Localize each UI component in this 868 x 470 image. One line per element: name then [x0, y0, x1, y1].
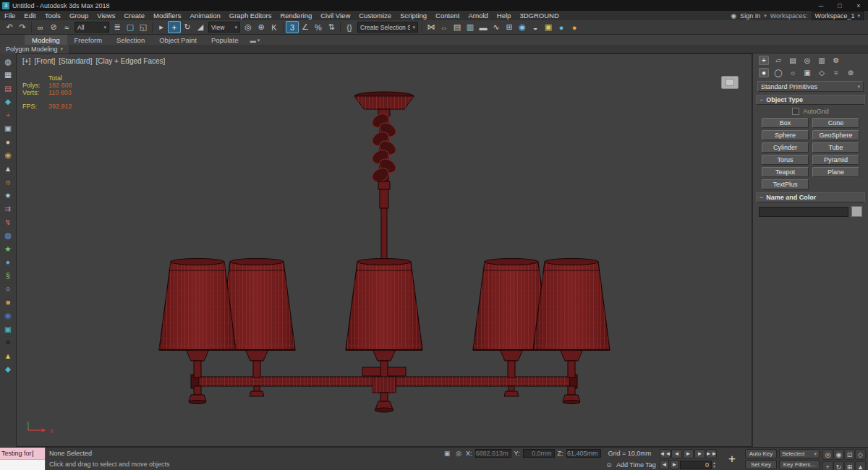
ribbon-tab-modeling[interactable]: Modeling — [25, 35, 67, 45]
primitive-button-torus[interactable]: Torus — [762, 155, 809, 165]
set-key-button[interactable]: Set Key — [745, 460, 777, 469]
panel-teal-icon[interactable]: ▣ — [3, 323, 14, 334]
absolute-mode-icon[interactable]: ◎ — [454, 449, 463, 458]
menu-content[interactable]: Content — [431, 12, 464, 20]
ribbon-tab-populate[interactable]: Populate — [204, 35, 246, 45]
menu-group[interactable]: Group — [65, 12, 93, 20]
tan-sphere-icon[interactable]: ● — [3, 136, 14, 147]
box-orange-icon[interactable]: ■ — [3, 296, 14, 307]
select-and-manipulate-icon[interactable]: ⊕ — [255, 21, 268, 33]
sign-in-button[interactable]: Sign In — [740, 12, 760, 20]
next-frame-button[interactable]: ► — [694, 449, 705, 458]
render-setup-icon[interactable]: ◒ — [529, 21, 542, 33]
utilities-tab-icon[interactable]: ⚙ — [831, 56, 841, 65]
select-tool-icon[interactable]: ◍ — [3, 56, 14, 67]
current-frame-field[interactable]: 0 — [680, 461, 712, 469]
motion-tab-icon[interactable]: ◎ — [802, 56, 812, 65]
primitive-button-cylinder[interactable]: Cylinder — [762, 142, 809, 153]
y-coordinate-field[interactable]: 0,0mm — [523, 449, 555, 458]
star-blue-icon[interactable]: ★ — [3, 189, 14, 200]
zoom-icon[interactable]: ◎ — [822, 449, 833, 460]
select-and-move-icon[interactable]: + — [168, 21, 181, 33]
cameras-category-icon[interactable]: ▣ — [802, 68, 812, 77]
primitive-type-dropdown[interactable]: Standard Primitives ▾ — [757, 81, 864, 92]
play-button[interactable]: ► — [683, 449, 694, 458]
menu-scripting[interactable]: Scripting — [396, 12, 431, 20]
menu-modifiers[interactable]: Modifiers — [149, 12, 186, 20]
red-plus-icon[interactable]: + — [3, 109, 14, 120]
angle-snap-icon[interactable]: ∠ — [299, 21, 312, 33]
keyboard-override-icon[interactable]: K — [268, 21, 281, 33]
maximize-button[interactable]: □ — [830, 0, 849, 11]
ribbon-tab-freeform[interactable]: Freeform — [67, 35, 110, 45]
scene-explorer-icon[interactable]: ▤ — [451, 21, 464, 33]
zoom-extents-icon[interactable]: ⊡ — [844, 449, 855, 460]
ribbon-tab-object-paint[interactable]: Object Paint — [152, 35, 204, 45]
render-iterative-icon[interactable]: ● — [568, 21, 581, 33]
disc-icon[interactable]: ◉ — [3, 150, 14, 161]
add-time-tag-button[interactable]: Add Time Tag — [616, 461, 656, 469]
menu-civil-view[interactable]: Civil View — [316, 12, 354, 20]
sphere-blue-icon[interactable]: ◍ — [3, 230, 14, 241]
select-and-scale-icon[interactable]: ◢ — [194, 21, 207, 33]
menu-edit[interactable]: Edit — [20, 12, 40, 20]
transform-gizmo-icon[interactable]: + — [725, 450, 739, 469]
layer-explorer-icon[interactable]: ▥ — [464, 21, 477, 33]
menu-tools[interactable]: Tools — [41, 12, 65, 20]
star-green-icon[interactable]: ★ — [3, 243, 14, 254]
menu-arnold[interactable]: Arnold — [464, 12, 492, 20]
cube-icon[interactable]: ▣ — [3, 123, 14, 134]
menu-customize[interactable]: Customize — [354, 12, 396, 20]
bolt-red-icon[interactable]: ↯ — [3, 216, 14, 227]
primitive-button-teapot[interactable]: Teapot — [762, 167, 809, 177]
target-blue-icon[interactable]: ◉ — [3, 310, 14, 321]
space-warps-category-icon[interactable]: ≈ — [831, 68, 841, 77]
helix-green-icon[interactable]: § — [3, 270, 14, 281]
primitive-button-box[interactable]: Box — [762, 118, 809, 128]
viewport[interactable]: [+] [Front] [Standard] [Clay + Edged Fac… — [16, 54, 752, 447]
create-selection-set-dropdown[interactable]: Create Selection Se▾ — [357, 22, 418, 33]
primitive-button-cone[interactable]: Cone — [812, 118, 859, 128]
object-color-swatch[interactable] — [851, 206, 862, 217]
menu-help[interactable]: Help — [493, 12, 516, 20]
material-editor-icon[interactable]: ◉ — [516, 21, 529, 33]
schematic-view-icon[interactable]: ⊞ — [503, 21, 516, 33]
menu-3dground[interactable]: 3DGROUND — [515, 12, 563, 20]
primitive-button-pyramid[interactable]: Pyramid — [812, 155, 859, 165]
helpers-category-icon[interactable]: ◇ — [817, 68, 827, 77]
select-link-icon[interactable]: ∞ — [34, 21, 47, 33]
align-icon[interactable]: ⇔ — [438, 21, 451, 33]
menu-animation[interactable]: Animation — [186, 12, 225, 20]
viewport-menu-shading[interactable]: [Clay + Edged Faces] — [95, 57, 165, 65]
viewport-menu-pov[interactable]: [Front] — [34, 57, 55, 65]
ribbon-tab-selection[interactable]: Selection — [109, 35, 152, 45]
zoom-all-icon[interactable]: ◉ — [833, 449, 844, 460]
menu-graph-editors[interactable]: Graph Editors — [225, 12, 276, 20]
object-type-rollout[interactable]: − Object Type — [756, 95, 865, 105]
image-tool-icon[interactable]: ▦ — [3, 69, 14, 80]
menu-views[interactable]: Views — [93, 12, 119, 20]
redo-icon[interactable]: ↷ — [16, 21, 29, 33]
spinner-snap-icon[interactable]: ⇅ — [325, 21, 338, 33]
sign-in-caret-icon[interactable]: ▾ — [764, 13, 767, 19]
box-dark-icon[interactable]: ■ — [3, 337, 14, 348]
close-button[interactable]: × — [849, 0, 868, 11]
window-crossing-icon[interactable]: ◱ — [137, 21, 150, 33]
maxscript-mini-listener[interactable]: Testing for — [0, 448, 46, 470]
key-step-back-button[interactable]: ◄ — [660, 460, 669, 469]
walk-through-icon[interactable]: ▲ — [855, 461, 866, 470]
reference-coordinate-dropdown[interactable]: View▾ — [208, 22, 240, 33]
name-and-color-rollout[interactable]: − Name and Color — [756, 192, 865, 202]
selection-lock-icon[interactable]: ▣ — [443, 449, 451, 458]
key-filters-button[interactable]: Key Filters... — [779, 460, 820, 469]
diamond-teal-icon[interactable]: ◆ — [3, 364, 14, 375]
minimize-button[interactable]: ─ — [812, 0, 830, 11]
primitive-button-sphere[interactable]: Sphere — [762, 130, 809, 140]
listener-line[interactable] — [0, 459, 45, 470]
geometry-category-icon[interactable]: ● — [759, 68, 769, 77]
modify-tab-icon[interactable]: ▱ — [773, 56, 783, 65]
percent-snap-icon[interactable]: % — [312, 21, 325, 33]
shapes-category-icon[interactable]: ◯ — [773, 68, 783, 77]
viewport-canvas-chandelier-model[interactable] — [17, 54, 752, 446]
workspace-dropdown[interactable]: Workspace_1 ▾ — [812, 11, 864, 20]
